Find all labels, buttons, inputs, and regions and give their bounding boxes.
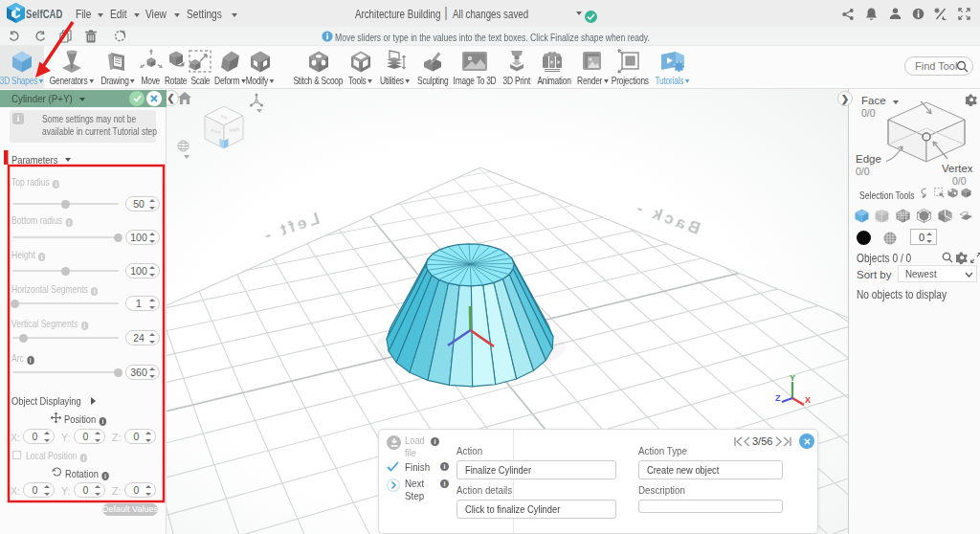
svg-text:Z: Z — [775, 393, 781, 403]
svg-text:Y: Y — [790, 375, 795, 383]
svg-text:Top: Top — [220, 114, 228, 120]
svg-text:X: X — [805, 395, 811, 405]
